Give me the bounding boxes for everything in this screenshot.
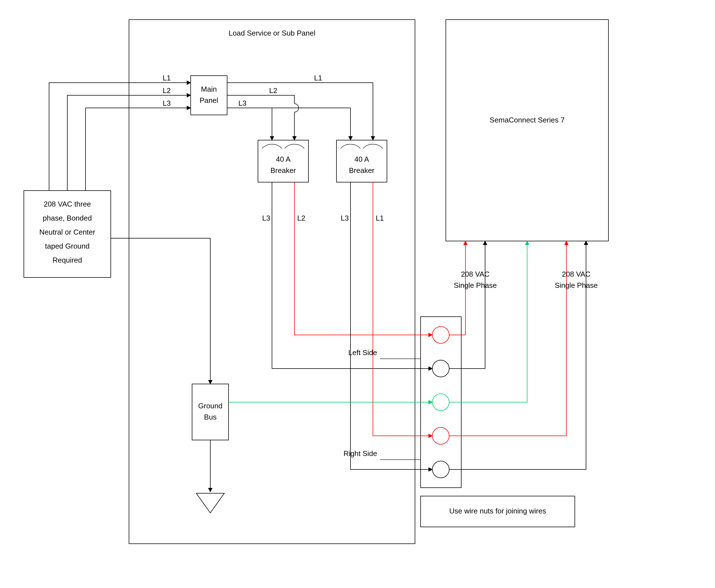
- wire-nuts-note: Use wire nuts for joining wires: [449, 507, 546, 515]
- label-supply-l1: L1: [163, 74, 171, 82]
- breaker-right-line2: Breaker: [349, 166, 374, 175]
- phase-right-1: 208 VAC: [562, 270, 591, 278]
- breaker-right-line1: 40 A: [354, 155, 369, 163]
- wire-nut2-sema: [449, 241, 485, 369]
- breaker-left-line1: 40 A: [276, 155, 291, 163]
- wire-mp-l2-a: [227, 95, 294, 104]
- label-right-side: Right Side: [344, 449, 377, 458]
- sema-box: [446, 20, 609, 241]
- supply-line2: phase, Bonded: [43, 214, 92, 222]
- label-supply-l2: L2: [163, 86, 171, 95]
- wire-bl-l3: [272, 182, 432, 369]
- breaker-left-line2: Breaker: [270, 166, 296, 175]
- label-supply-l3: L3: [163, 99, 171, 107]
- breaker-left-arc1: [262, 144, 282, 149]
- earth-symbol-icon: [196, 493, 224, 513]
- wiring-diagram: Load Service or Sub Panel 208 VAC three …: [0, 0, 715, 588]
- phase-left-1: 208 VAC: [461, 270, 490, 278]
- supply-line3: Neutral or Center: [39, 228, 95, 236]
- ground-bus-line1: Ground: [198, 402, 223, 410]
- breaker-right-arc2: [363, 144, 383, 149]
- wire-mp-l1: [227, 83, 373, 140]
- wirenut-3: [432, 394, 449, 411]
- breaker-left-arc2: [285, 144, 304, 149]
- wire-nut3-sema: [449, 241, 527, 402]
- label-mp-l3: L3: [238, 99, 246, 107]
- label-mp-l2: L2: [269, 86, 277, 95]
- wirenut-2: [432, 360, 449, 377]
- label-br-l1: L1: [376, 214, 384, 222]
- supply-line5: Required: [53, 256, 82, 264]
- wirenut-5: [432, 461, 449, 478]
- label-bl-l3: L3: [262, 214, 270, 222]
- main-panel-line2: Panel: [200, 96, 219, 105]
- breaker-right-arc1: [341, 144, 360, 149]
- main-panel-line1: Main: [201, 85, 217, 93]
- label-bl-l2: L2: [297, 214, 305, 222]
- supply-line4: taped Ground: [45, 242, 89, 250]
- wire-br-l3: [350, 182, 432, 469]
- ground-bus-line2: Bus: [204, 413, 217, 421]
- ground-bus-box: [192, 384, 228, 440]
- main-panel-box: [191, 76, 227, 115]
- wire-ground-in: [111, 238, 210, 384]
- wire-bl-l2: [294, 182, 432, 335]
- phase-left-2: Single Phase: [454, 281, 496, 290]
- wirenut-1: [432, 327, 449, 343]
- wire-supply-l3: [85, 108, 191, 191]
- label-mp-l1: L1: [314, 74, 322, 82]
- supply-line1: 208 VAC three: [44, 200, 91, 208]
- wirenut-4: [432, 427, 449, 444]
- label-br-l3: L3: [341, 214, 349, 222]
- phase-right-2: Single Phase: [555, 281, 597, 290]
- panel-title: Load Service or Sub Panel: [228, 29, 315, 37]
- sema-label: SemaConnect Series 7: [490, 116, 565, 124]
